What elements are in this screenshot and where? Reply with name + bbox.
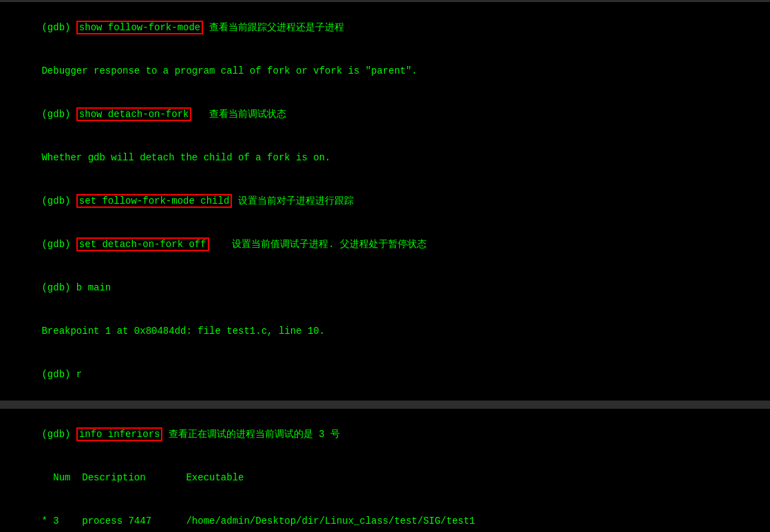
- line-8: Breakpoint 1 at 0x80484dd: file test1.c,…: [7, 310, 763, 353]
- comment-3: 设置当前对子进程进行跟踪: [232, 195, 353, 206]
- terminal-middle: (gdb) info inferiors 查看正在调试的进程当前调试的是 3 号…: [0, 409, 770, 532]
- line-2: Debugger response to a program call of f…: [7, 50, 763, 93]
- comment-5: 查看正在调试的进程当前调试的是 3 号: [162, 429, 340, 440]
- gdb-b-main: (gdb) b main: [41, 282, 111, 293]
- line-3: (gdb) show detach-on-fork 查看当前调试状态: [7, 93, 763, 136]
- line-9: (gdb) r: [7, 353, 763, 396]
- breakpoint-output: Breakpoint 1 at 0x80484dd: file test1.c,…: [41, 326, 325, 337]
- line-5: (gdb) set follow-fork-mode child 设置当前对子进…: [7, 180, 763, 223]
- row-3-text: * 3 process 7447 /home/admin/Desktop/dir…: [41, 515, 475, 526]
- gdb-r: (gdb) r: [41, 369, 82, 380]
- gdb-prompt-4: (gdb): [41, 239, 76, 250]
- cmd-set-follow-fork: set follow-fork-mode child: [76, 194, 232, 208]
- line-4: Whether gdb will detach the child of a f…: [7, 136, 763, 180]
- table-header: Num Description Executable: [7, 456, 763, 500]
- cmd-show-detach: show detach-on-fork: [76, 107, 192, 121]
- line-1: (gdb) show follow-fork-mode 查看当前跟踪父进程还是子…: [7, 6, 763, 50]
- output-2: Whether gdb will detach the child of a f…: [41, 152, 330, 163]
- cmd-show-follow-fork: show follow-fork-mode: [76, 21, 203, 34]
- gdb-prompt-3: (gdb): [41, 195, 76, 206]
- comment-2: 查看当前调试状态: [191, 109, 286, 120]
- gdb-prompt-1: (gdb): [41, 22, 76, 33]
- line-7: (gdb) b main: [7, 266, 763, 310]
- gdb-prompt-5: (gdb): [41, 429, 76, 440]
- cmd-set-detach: set detach-on-fork off: [76, 237, 209, 251]
- comment-1: 查看当前跟踪父进程还是子进程: [203, 22, 343, 33]
- terminal-top: (gdb) show follow-fork-mode 查看当前跟踪父进程还是子…: [0, 2, 770, 401]
- output-1: Debugger response to a program call of f…: [41, 65, 417, 76]
- table-row-3: * 3 process 7447 /home/admin/Desktop/dir…: [7, 500, 763, 532]
- gdb-prompt-2: (gdb): [41, 109, 76, 120]
- line-6: (gdb) set detach-on-fork off 设置当前值调试子进程.…: [7, 223, 763, 266]
- cmd-info-inferiors: info inferiors: [76, 427, 163, 441]
- table-header-text: Num Description Executable: [41, 472, 244, 483]
- comment-4: 设置当前值调试子进程. 父进程处于暂停状态: [209, 239, 427, 250]
- middle-line-1: (gdb) info inferiors 查看正在调试的进程当前调试的是 3 号: [7, 413, 763, 456]
